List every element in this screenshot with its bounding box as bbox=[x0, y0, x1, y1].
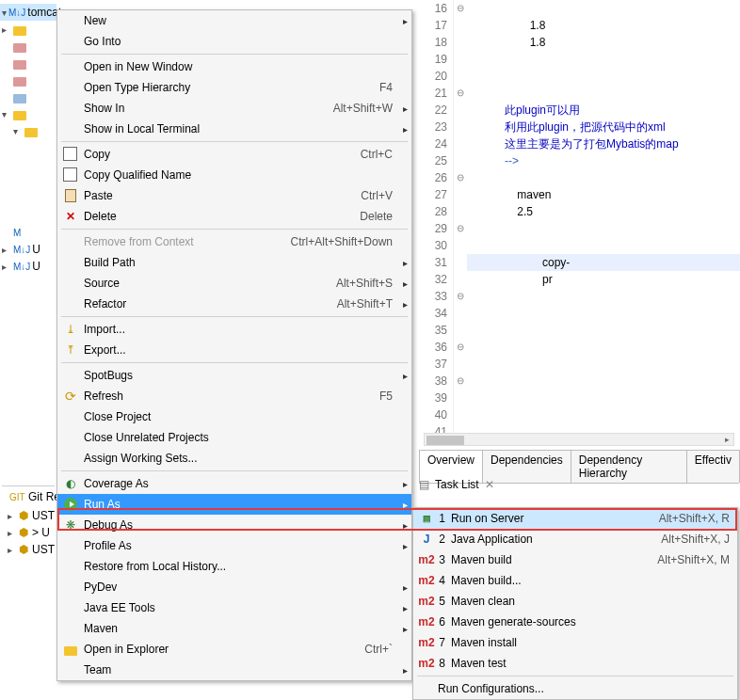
code-line[interactable] bbox=[467, 51, 740, 68]
menu-item-open-type-hierarchy[interactable]: Open Type HierarchyF4 bbox=[57, 77, 411, 98]
git-repo-item[interactable]: ▸⬢UST bbox=[0, 507, 56, 524]
code-line[interactable] bbox=[467, 373, 740, 390]
menu-item-copy[interactable]: CopyCtrl+C bbox=[57, 144, 411, 165]
tab-dep-hierarchy[interactable]: Dependency Hierarchy bbox=[571, 450, 687, 483]
scroll-thumb[interactable] bbox=[426, 436, 464, 445]
code-line[interactable]: 1.8 bbox=[467, 17, 740, 34]
code-area[interactable]: 1.8 1.8 此plugin可以用 利用此plugin，把源代码中的xml 这… bbox=[467, 0, 740, 442]
tree-item[interactable]: ▸M↓JU bbox=[0, 258, 56, 275]
menu-item-refactor[interactable]: RefactorAlt+Shift+T▸ bbox=[57, 294, 411, 314]
code-line[interactable]: 1.8 bbox=[467, 34, 740, 51]
menu-item-team[interactable]: Team▸ bbox=[57, 660, 411, 680]
menu-item-pydev[interactable]: PyDev▸ bbox=[57, 577, 411, 597]
menu-item-copy-qualified-name[interactable]: Copy Qualified Name bbox=[57, 165, 411, 185]
submenu-item-run-on-server[interactable]: ▤1Run on ServerAlt+Shift+X, R bbox=[413, 508, 737, 529]
menu-item-show-in[interactable]: Show InAlt+Shift+W▸ bbox=[57, 98, 411, 119]
menu-item-restore-from-local-history-[interactable]: Restore from Local History... bbox=[57, 556, 411, 577]
tab-dependencies[interactable]: Dependencies bbox=[482, 450, 571, 483]
code-line[interactable] bbox=[467, 322, 740, 339]
fold-icon[interactable]: ⊖ bbox=[454, 373, 467, 390]
menu-item-profile-as[interactable]: Profile As▸ bbox=[57, 535, 411, 556]
tree-item[interactable]: ▾ bbox=[0, 122, 56, 139]
menu-item-open-in-new-window[interactable]: Open in New Window bbox=[57, 56, 411, 77]
code-line[interactable] bbox=[467, 169, 740, 186]
code-line[interactable] bbox=[467, 68, 740, 85]
menu-item-paste[interactable]: PasteCtrl+V bbox=[57, 185, 411, 206]
project-tree[interactable]: ▾ M↓J tomcat ▸ ▾ ▾ M ▸M↓JU ▸M↓JU bbox=[0, 0, 56, 275]
menu-item-run-as[interactable]: Run As▸ bbox=[57, 494, 411, 515]
menu-item-build-path[interactable]: Build Path▸ bbox=[57, 252, 411, 273]
tree-item[interactable]: ▸ bbox=[0, 21, 56, 38]
menu-item-label: Profile As bbox=[80, 539, 398, 552]
menu-item-import-[interactable]: ⤓Import... bbox=[57, 319, 411, 340]
code-editor[interactable]: 1617181920212223242526272829303132333435… bbox=[412, 0, 740, 442]
menu-item-close-unrelated-projects[interactable]: Close Unrelated Projects bbox=[57, 427, 411, 448]
submenu-item-run-configurations-[interactable]: Run Configurations... bbox=[413, 678, 737, 699]
code-line[interactable] bbox=[467, 406, 740, 423]
tree-item[interactable] bbox=[0, 55, 56, 72]
submenu-item-maven-clean[interactable]: m25Maven clean bbox=[413, 591, 737, 612]
code-line[interactable] bbox=[467, 339, 740, 356]
code-line[interactable]: 利用此plugin，把源代码中的xml bbox=[467, 119, 740, 135]
submenu-item-maven-test[interactable]: m28Maven test bbox=[413, 653, 737, 674]
tree-item[interactable]: ▸M↓JU bbox=[0, 241, 56, 258]
menu-item-debug-as[interactable]: ❋Debug As▸ bbox=[57, 515, 411, 535]
code-line[interactable] bbox=[467, 356, 740, 373]
fold-icon[interactable]: ⊖ bbox=[454, 288, 467, 305]
code-line[interactable]: 这里主要是为了打包Mybatis的map bbox=[467, 135, 740, 152]
fold-icon[interactable]: ⊖ bbox=[454, 169, 467, 186]
code-line[interactable] bbox=[467, 390, 740, 406]
code-line[interactable]: copy- bbox=[467, 254, 740, 271]
submenu-item-maven-build-[interactable]: m24Maven build... bbox=[413, 570, 737, 591]
fold-icon[interactable]: ⊖ bbox=[454, 0, 467, 17]
code-line[interactable] bbox=[467, 237, 740, 254]
code-line[interactable] bbox=[467, 85, 740, 102]
code-line[interactable] bbox=[467, 288, 740, 305]
code-line[interactable] bbox=[467, 220, 740, 237]
code-line[interactable]: 此plugin可以用 bbox=[467, 102, 740, 119]
submenu-item-java-application[interactable]: J2Java ApplicationAlt+Shift+X, J bbox=[413, 529, 737, 549]
h-scrollbar[interactable]: ◂ ▸ bbox=[424, 433, 734, 446]
menu-item-assign-working-sets-[interactable]: Assign Working Sets... bbox=[57, 448, 411, 469]
code-line[interactable] bbox=[467, 305, 740, 322]
menu-item-coverage-as[interactable]: ◐Coverage As▸ bbox=[57, 473, 411, 494]
menu-item-open-in-explorer[interactable]: Open in ExplorerCtrl+` bbox=[57, 639, 411, 660]
menu-item-java-ee-tools[interactable]: Java EE Tools▸ bbox=[57, 597, 411, 618]
git-repo-item[interactable]: ▸⬢> U bbox=[0, 524, 56, 541]
code-line[interactable] bbox=[467, 0, 740, 17]
scroll-right-icon[interactable]: ▸ bbox=[720, 434, 733, 445]
submenu-item-maven-install[interactable]: m27Maven install bbox=[413, 632, 737, 653]
code-line[interactable]: --> bbox=[467, 152, 740, 169]
code-line[interactable]: 2.5 bbox=[467, 203, 740, 220]
submenu-item-maven-build[interactable]: m23Maven buildAlt+Shift+X, M bbox=[413, 549, 737, 570]
fold-icon[interactable]: ⊖ bbox=[454, 220, 467, 237]
menu-item-close-project[interactable]: Close Project bbox=[57, 406, 411, 427]
menu-item-delete[interactable]: ✕DeleteDelete bbox=[57, 206, 411, 227]
fold-icon[interactable]: ⊖ bbox=[454, 339, 467, 356]
tab-effective[interactable]: Effectiv bbox=[686, 450, 740, 483]
menu-item-new[interactable]: New▸ bbox=[57, 10, 411, 31]
git-repo-item[interactable]: ▸⬢UST bbox=[0, 541, 56, 558]
submenu-item-maven-generate-sources[interactable]: m26Maven generate-sources bbox=[413, 612, 737, 632]
menu-item-source[interactable]: SourceAlt+Shift+S▸ bbox=[57, 273, 411, 294]
menu-item-go-into[interactable]: Go Into bbox=[57, 31, 411, 52]
menu-item-refresh[interactable]: ⟳RefreshF5 bbox=[57, 386, 411, 406]
tree-item[interactable] bbox=[0, 72, 56, 88]
close-icon[interactable]: ✕ bbox=[485, 478, 494, 491]
tree-item[interactable]: M bbox=[0, 224, 56, 241]
tree-item[interactable] bbox=[0, 88, 56, 105]
menu-item-show-in-local-terminal[interactable]: Show in Local Terminal▸ bbox=[57, 119, 411, 139]
tree-root[interactable]: ▾ M↓J tomcat bbox=[0, 4, 56, 21]
code-line[interactable]: pr bbox=[467, 271, 740, 288]
menu-item-maven[interactable]: Maven▸ bbox=[57, 618, 411, 639]
fold-icon[interactable]: ⊖ bbox=[454, 85, 467, 102]
fold-gutter[interactable]: ⊖⊖⊖⊖⊖⊖⊖ bbox=[454, 0, 467, 442]
code-line[interactable]: maven bbox=[467, 186, 740, 203]
menu-item-remove-from-context: Remove from ContextCtrl+Alt+Shift+Down bbox=[57, 231, 411, 252]
git-repositories-view[interactable]: GIT Git Rep ▸⬢UST ▸⬢> U ▸⬢UST bbox=[0, 485, 56, 700]
tree-item[interactable] bbox=[0, 38, 56, 55]
menu-item-spotbugs[interactable]: SpotBugs▸ bbox=[57, 365, 411, 386]
tree-item[interactable]: ▾ bbox=[0, 105, 56, 122]
task-list-view[interactable]: ▤ Task List ✕ bbox=[419, 478, 494, 491]
menu-item-export-[interactable]: ⤒Export... bbox=[57, 340, 411, 360]
